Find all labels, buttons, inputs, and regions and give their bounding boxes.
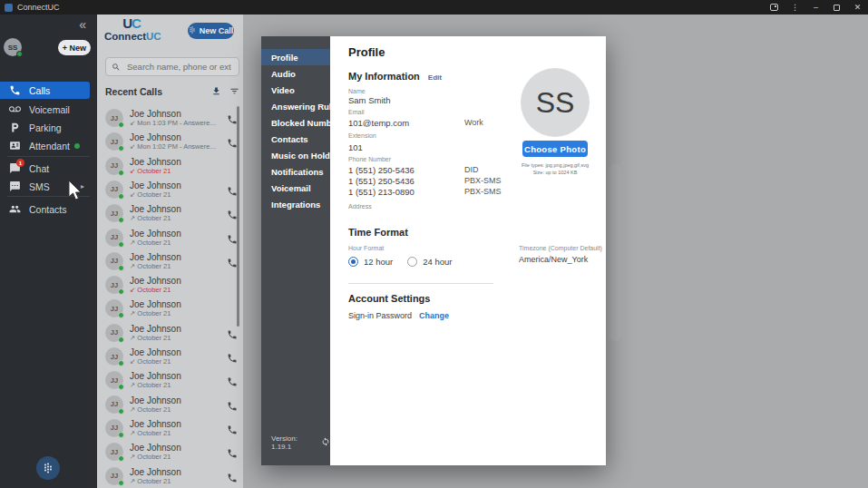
call-avatar: JJ (105, 371, 123, 389)
call-row[interactable]: JJJoe Johnson↙October 21 (105, 154, 238, 178)
password-label: Sign-in Password (348, 311, 412, 320)
presence-dot (118, 193, 124, 200)
caller-name: Joe Johnson (130, 299, 181, 309)
maximize-button[interactable] (826, 0, 847, 15)
call-avatar: JJ (105, 252, 123, 270)
presence-dot (118, 455, 124, 462)
presence-dot (118, 122, 124, 128)
call-row[interactable]: JJJoe Johnson↗October 21 (105, 464, 238, 488)
settings-nav-video[interactable]: Video (261, 82, 330, 98)
call-back-icon[interactable] (227, 446, 238, 457)
parking-icon (9, 122, 21, 133)
change-password-link[interactable]: Change (419, 311, 449, 320)
call-row[interactable]: JJJoe Johnson↙Mon 1:02 PM - Answered by:… (105, 130, 238, 153)
sidebar-item-label: Calls (29, 85, 50, 96)
call-back-icon[interactable] (227, 423, 238, 434)
call-row[interactable]: JJJoe Johnson↙Mon 1:03 PM - Answered by:… (105, 106, 238, 130)
missed-call-icon: ↙ (130, 286, 135, 294)
call-row[interactable]: JJJoe Johnson↗October 21 (105, 297, 238, 320)
call-row[interactable]: JJJoe Johnson↙October 21 (105, 178, 238, 201)
outgoing-call-icon: ↗ (130, 429, 135, 437)
close-button[interactable]: ✕ (847, 0, 868, 15)
settings-nav-blocked-numbers[interactable]: Blocked Numbers (261, 114, 330, 131)
search-input[interactable] (125, 61, 233, 73)
phone-number-value: 1 (551) 250-5436 (348, 176, 414, 186)
call-info: Joe Johnson↗October 21 (130, 324, 181, 342)
call-back-icon[interactable] (227, 327, 238, 338)
call-detail: ↗October 21 (130, 429, 181, 437)
email-value: 101@temp.com (348, 118, 409, 128)
caller-name: Joe Johnson (130, 347, 181, 357)
call-row[interactable]: JJJoe Johnson↙October 21 (105, 273, 238, 297)
settings-nav-profile[interactable]: Profile (261, 49, 330, 65)
call-row[interactable]: JJJoe Johnson↙October 21 (105, 345, 238, 368)
user-avatar[interactable]: SS (4, 38, 22, 56)
version-label: Version: 1.19.1 (271, 434, 317, 451)
call-info: Joe Johnson↗October 21 (130, 299, 181, 317)
new-button[interactable]: + New (58, 40, 91, 55)
call-back-icon[interactable] (227, 471, 238, 482)
calls-list-scrollbar[interactable] (237, 106, 239, 327)
collapse-sidebar-button[interactable]: « (79, 18, 86, 31)
sidebar-item-chat[interactable]: 1Chat (0, 160, 90, 177)
incoming-call-icon: ↙ (130, 357, 135, 366)
new-call-button[interactable]: New Call (188, 23, 234, 39)
settings-nav: Version: 1.19.1 ProfileAudioVideoAnsweri… (261, 36, 330, 465)
check-update-icon[interactable] (321, 437, 330, 448)
presence-dot (118, 170, 124, 176)
call-row[interactable]: JJJoe Johnson↗October 21 (105, 368, 238, 392)
hour-format-option-24-hour[interactable]: 24 hour (407, 257, 452, 267)
call-detail-text: Mon 1:02 PM - Answered by: 10... (137, 142, 217, 151)
call-avatar: JJ (105, 395, 123, 414)
settings-nav-voicemail[interactable]: Voicemail (261, 180, 330, 196)
choose-photo-button[interactable]: Choose Photo (522, 141, 588, 157)
attendant-icon (9, 140, 21, 151)
phone-number-value: 1 (551) 213-0890 (348, 187, 414, 197)
edit-link[interactable]: Edit (428, 73, 442, 82)
logo-word-primary: Connect (104, 31, 146, 42)
outgoing-call-icon: ↗ (130, 453, 135, 461)
call-back-icon[interactable] (227, 351, 238, 362)
sidebar-item-contacts[interactable]: Contacts (0, 200, 90, 218)
settings-nav-audio[interactable]: Audio (261, 65, 330, 82)
call-row[interactable]: JJJoe Johnson↗October 21 (105, 393, 238, 416)
settings-nav-integrations[interactable]: Integrations (261, 196, 330, 212)
dialpad-icon (189, 26, 196, 35)
call-detail: ↙October 21 (130, 286, 181, 294)
sidebar-item-label: SMS (29, 181, 50, 192)
call-info: Joe Johnson↗October 21 (130, 395, 181, 414)
sidebar-item-voicemail[interactable]: Voicemail (0, 101, 90, 118)
call-row[interactable]: JJJoe Johnson↗October 21 (105, 416, 238, 440)
minimize-button[interactable]: – (805, 0, 826, 15)
call-row[interactable]: JJJoe Johnson↗October 21 (105, 201, 238, 225)
settings-nav-contacts[interactable]: Contacts (261, 131, 330, 147)
sidebar-item-parking[interactable]: Parking (0, 119, 90, 136)
caller-name: Joe Johnson (130, 395, 181, 405)
sidebar-item-calls[interactable]: Calls (0, 82, 90, 99)
dialpad-button[interactable] (36, 456, 60, 480)
filter-icon[interactable] (229, 83, 239, 100)
call-info: Joe Johnson↙October 21 (130, 181, 181, 199)
settings-nav-music-on-hold[interactable]: Music on Hold (261, 147, 330, 163)
popout-window-button[interactable] (764, 0, 785, 15)
call-detail-text: October 21 (137, 239, 171, 247)
call-detail: ↗October 21 (130, 381, 181, 389)
call-row[interactable]: JJJoe Johnson↗October 21 (105, 440, 238, 464)
sidebar-item-sms[interactable]: SMS▸ (0, 178, 90, 195)
sidebar-item-attendant[interactable]: Attendant (0, 137, 90, 154)
radio-label: 12 hour (364, 257, 393, 267)
download-icon[interactable] (211, 83, 221, 100)
call-back-icon[interactable] (227, 399, 238, 410)
presence-dot (118, 408, 124, 415)
hour-format-option-12-hour[interactable]: 12 hour (348, 257, 393, 267)
call-row[interactable]: JJJoe Johnson↗October 21 (105, 249, 238, 273)
voicemail-icon (9, 103, 21, 115)
sidebar-item-label: Attendant (29, 141, 70, 151)
call-row[interactable]: JJJoe Johnson↗October 21 (105, 226, 238, 249)
settings-nav-answering-rules[interactable]: Answering Rules (261, 98, 330, 114)
call-avatar: JJ (105, 181, 123, 199)
call-back-icon[interactable] (227, 375, 238, 386)
call-row[interactable]: JJJoe Johnson↗October 21 (105, 321, 238, 345)
settings-nav-notifications[interactable]: Notifications (261, 163, 330, 180)
menu-kebab-button[interactable]: ⋮ (785, 0, 805, 15)
